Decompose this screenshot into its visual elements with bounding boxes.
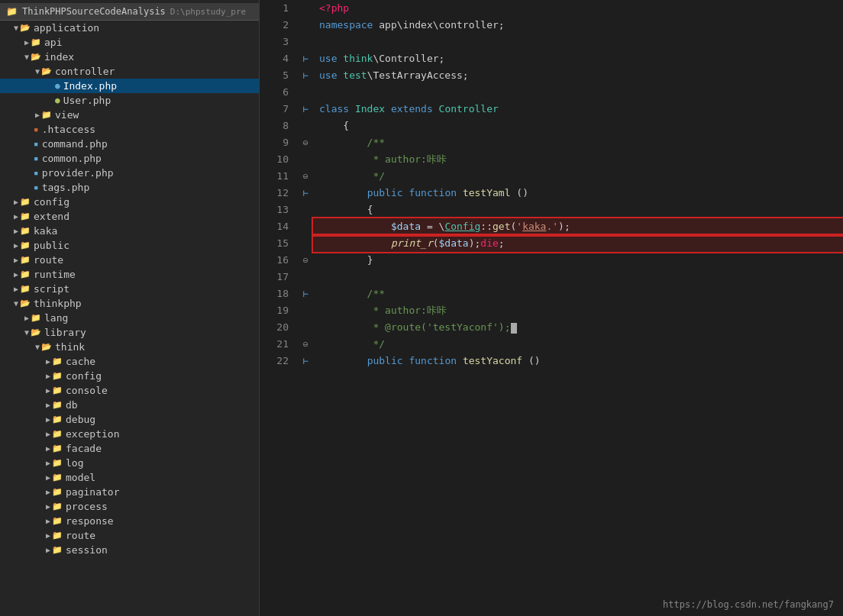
- tree-item-provider[interactable]: ▪ provider.php: [0, 166, 259, 180]
- tree-item-model[interactable]: 📁 model: [0, 470, 259, 485]
- folder-icon: 📂: [31, 52, 41, 62]
- tree-item-route[interactable]: 📁 route: [0, 253, 259, 267]
- table-row: 18 ⊢ /**: [260, 285, 843, 302]
- tree-label: .htaccess: [42, 124, 256, 135]
- line-gutter: [298, 235, 313, 252]
- line-number: 6: [260, 84, 298, 101]
- chevron-icon: [46, 459, 50, 467]
- tree-item-index-php[interactable]: ● Index.php: [0, 79, 259, 93]
- folder-icon: 📁: [20, 269, 31, 279]
- tree-label: library: [44, 327, 256, 338]
- tree-label: runtime: [34, 269, 256, 280]
- chevron-icon: [14, 227, 18, 235]
- tree-label: view: [55, 109, 256, 121]
- tree-item-htaccess[interactable]: ▪ .htaccess: [0, 122, 259, 137]
- tree-item-public[interactable]: 📁 public: [0, 238, 259, 253]
- tree-item-runtime[interactable]: 📁 runtime: [0, 267, 259, 282]
- line-number: 2: [260, 17, 298, 34]
- folder-icon: 📁: [31, 37, 41, 47]
- tree-item-common[interactable]: ▪ common.php: [0, 151, 259, 166]
- tree-label: public: [34, 240, 256, 251]
- tree-item-lang[interactable]: 📁 lang: [0, 311, 259, 325]
- php-file-icon: ▪: [34, 168, 39, 178]
- tree-item-facade[interactable]: 📁 facade: [0, 441, 259, 456]
- code-content[interactable]: 1 <?php 2 namespace app\index\controller…: [260, 0, 843, 616]
- tree-label: model: [66, 472, 256, 483]
- tree-item-debug[interactable]: 📁 debug: [0, 412, 259, 427]
- tree-item-tags[interactable]: ▪ tags.php: [0, 180, 259, 195]
- watermark: https://blog.csdn.net/fangkang7: [663, 599, 834, 610]
- code-table: 1 <?php 2 namespace app\index\controller…: [260, 0, 843, 369]
- chevron-icon: [46, 531, 50, 540]
- chevron-icon: [14, 198, 18, 206]
- line-content: {: [313, 118, 843, 134]
- file-icon: ▪: [34, 124, 39, 134]
- tree-label: route: [34, 254, 256, 266]
- tree-item-api[interactable]: 📁 api: [0, 35, 259, 50]
- table-row: 8 {: [260, 118, 843, 134]
- line-number: 8: [260, 118, 298, 134]
- tree-item-application[interactable]: 📂 application: [0, 21, 259, 35]
- tree-item-log[interactable]: 📁 log: [0, 456, 259, 470]
- line-content: <?php: [313, 0, 843, 17]
- table-row: 19 * author:咔咔: [260, 302, 843, 319]
- table-row: 13 {: [260, 202, 843, 218]
- line-content: namespace app\index\controller;: [313, 17, 843, 34]
- tree-item-response[interactable]: 📁 response: [0, 514, 259, 528]
- project-icon: 📁: [6, 6, 18, 17]
- chevron-icon: [24, 314, 29, 322]
- tree-item-config2[interactable]: 📁 config: [0, 369, 259, 383]
- tree-item-script[interactable]: 📁 script: [0, 282, 259, 296]
- line-number: 1: [260, 0, 298, 17]
- tree-item-db[interactable]: 📁 db: [0, 398, 259, 412]
- line-gutter: [298, 269, 313, 285]
- tree-item-session[interactable]: 📁 session: [0, 543, 259, 557]
- tree-item-thinkphp[interactable]: 📂 thinkphp: [0, 296, 259, 311]
- chevron-icon: [46, 415, 50, 424]
- tree-item-view[interactable]: 📁 view: [0, 108, 259, 122]
- folder-icon: 📁: [52, 531, 63, 540]
- tree-label: provider.php: [42, 167, 256, 179]
- line-gutter: [298, 302, 313, 319]
- table-row: 15 print_r($data);die;: [260, 235, 843, 252]
- tree-item-library[interactable]: 📂 library: [0, 325, 259, 340]
- tree-item-paginator[interactable]: 📁 paginator: [0, 485, 259, 499]
- chevron-icon: [46, 357, 50, 366]
- folder-icon: 📁: [20, 284, 31, 294]
- tree-item-command[interactable]: ▪ command.php: [0, 137, 259, 151]
- table-row: 9 ⊖ /**: [260, 134, 843, 151]
- tree-item-controller[interactable]: 📂 controller: [0, 64, 259, 79]
- tree-item-config[interactable]: 📁 config: [0, 195, 259, 209]
- tree-item-think[interactable]: 📂 think: [0, 340, 259, 354]
- folder-icon: 📁: [52, 487, 63, 497]
- tree-item-cache[interactable]: 📁 cache: [0, 354, 259, 369]
- tree-item-route2[interactable]: 📁 route: [0, 528, 259, 543]
- table-row: 7 ⊢ class Index extends Controller: [260, 101, 843, 118]
- tree-label: lang: [44, 312, 256, 324]
- tree-label: db: [66, 399, 256, 411]
- tree-item-index[interactable]: 📂 index: [0, 50, 259, 64]
- tree-item-exception[interactable]: 📁 exception: [0, 427, 259, 441]
- line-number: 21: [260, 336, 298, 353]
- folder-icon: 📁: [20, 197, 31, 207]
- folder-icon: 📁: [41, 110, 52, 120]
- line-number: 3: [260, 34, 298, 50]
- tree-item-kaka[interactable]: 📁 kaka: [0, 224, 259, 238]
- folder-icon: 📂: [31, 327, 41, 337]
- line-content: /**: [313, 285, 843, 302]
- chevron-icon: [14, 212, 18, 221]
- php-file-icon: ▪: [34, 182, 39, 192]
- tree-item-console[interactable]: 📁 console: [0, 383, 259, 398]
- tree-label: session: [66, 544, 256, 556]
- line-number: 16: [260, 252, 298, 269]
- tree-item-user-php[interactable]: ● User.php: [0, 93, 259, 108]
- tree-item-process[interactable]: 📁 process: [0, 499, 259, 514]
- folder-icon: 📁: [52, 356, 63, 366]
- chevron-icon: [46, 401, 50, 409]
- tree-label: config: [66, 370, 256, 382]
- tree-label: api: [44, 37, 256, 48]
- tree-item-extend[interactable]: 📁 extend: [0, 209, 259, 224]
- tree-label: User.php: [63, 95, 256, 106]
- tree-label: think: [55, 341, 256, 353]
- line-content: public function testYaml (): [313, 185, 843, 202]
